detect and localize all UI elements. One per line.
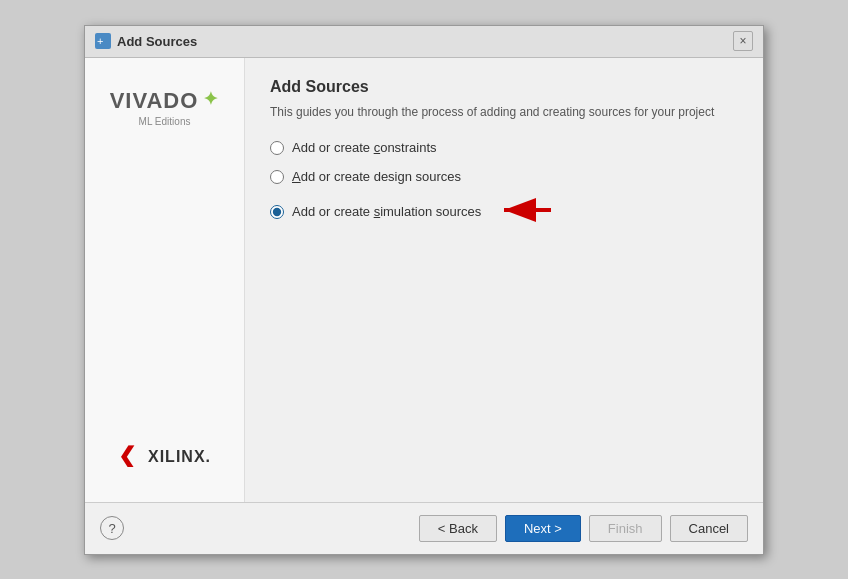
radio-label-simulation[interactable]: Add or create simulation sources [292,204,481,219]
red-arrow-icon [496,198,556,222]
arrow-indicator [496,198,556,225]
radio-constraints[interactable] [270,141,284,155]
cancel-button[interactable]: Cancel [670,515,748,542]
vivado-leaf-icon: ✦ [203,88,219,110]
content-area: VIVADO ✦ ML Editions ❮ XILINX. Add Sourc… [85,58,763,502]
title-bar: + Add Sources × [85,26,763,58]
vivado-edition-label: ML Editions [139,116,191,127]
radio-simulation[interactable] [270,205,284,219]
finish-button[interactable]: Finish [589,515,662,542]
svg-text:❮: ❮ [118,443,136,467]
vivado-logo: VIVADO ✦ ML Editions [110,88,220,127]
xilinx-text-label: XILINX. [148,448,211,466]
next-button[interactable]: Next > [505,515,581,542]
radio-label-constraints[interactable]: Add or create constraints [292,140,437,155]
source-type-radio-group: Add or create constraints Add or create … [270,140,738,225]
main-title: Add Sources [270,78,738,96]
xilinx-x-icon: ❮ [118,443,142,467]
xilinx-logo: ❮ XILINX. [118,443,211,472]
main-content: Add Sources This guides you through the … [245,58,763,502]
title-bar-left: + Add Sources [95,33,197,49]
radio-item-constraints[interactable]: Add or create constraints [270,140,738,155]
add-sources-dialog: + Add Sources × VIVADO ✦ ML Editions ❮ [84,25,764,555]
back-button[interactable]: < Back [419,515,497,542]
dialog-title: Add Sources [117,34,197,49]
vivado-wordmark: VIVADO ✦ [110,88,220,114]
footer-buttons: < Back Next > Finish Cancel [419,515,748,542]
radio-item-simulation[interactable]: Add or create simulation sources [270,204,481,219]
radio-item-simulation-row: Add or create simulation sources [270,198,738,225]
footer: ? < Back Next > Finish Cancel [85,502,763,554]
sidebar: VIVADO ✦ ML Editions ❮ XILINX. [85,58,245,502]
xilinx-icon: ❮ [118,443,142,472]
radio-design[interactable] [270,170,284,184]
svg-text:+: + [97,35,103,47]
footer-left: ? [100,516,124,540]
main-description: This guides you through the process of a… [270,104,738,121]
help-button[interactable]: ? [100,516,124,540]
radio-item-design[interactable]: Add or create design sources [270,169,738,184]
vivado-text-label: VIVADO [110,88,199,114]
close-button[interactable]: × [733,31,753,51]
dialog-icon: + [95,33,111,49]
radio-label-design[interactable]: Add or create design sources [292,169,461,184]
